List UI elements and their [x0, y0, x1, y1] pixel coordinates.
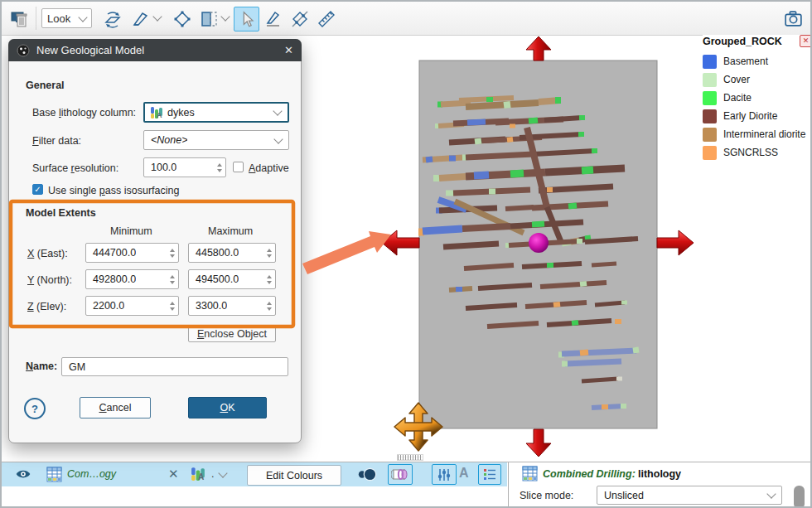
x-max-input[interactable]: 445800.0	[188, 243, 276, 263]
spinner-down-icon[interactable]	[267, 281, 272, 284]
draw-slicer-line-button[interactable]	[262, 7, 284, 30]
spinner-down-icon[interactable]	[217, 169, 222, 172]
surface-resolution-input[interactable]: 100.0	[143, 157, 226, 177]
cylinder-display-button[interactable]	[388, 464, 413, 485]
lithology-column-icon: A	[150, 106, 163, 119]
y-min-input[interactable]: 492800.0	[85, 269, 179, 289]
spinner-down-icon[interactable]	[170, 281, 175, 284]
shown-in-scene-toggle[interactable]	[356, 467, 378, 485]
adaptive-checkbox[interactable]	[233, 162, 244, 172]
scrollbar-thumb[interactable]	[794, 486, 805, 508]
base-lithology-dropdown[interactable]: A dykes	[143, 102, 289, 123]
spinner[interactable]	[170, 302, 175, 311]
clear-scene-icon	[10, 9, 30, 29]
spinner[interactable]	[267, 249, 272, 258]
z-min-input[interactable]: 2200.0	[85, 296, 179, 316]
look-dropdown[interactable]: Look	[41, 8, 92, 28]
spinner[interactable]	[217, 163, 222, 172]
legend-label: Early Diorite	[723, 110, 777, 122]
cancel-button[interactable]: Cancel	[80, 397, 151, 418]
spinner[interactable]	[267, 275, 272, 284]
slice-box-chevron-icon[interactable]	[220, 12, 230, 21]
chevron-down-icon	[766, 489, 776, 498]
slice-box-button[interactable]	[197, 7, 220, 30]
draw-polyline-button[interactable]	[171, 7, 193, 30]
edit-colours-button[interactable]: Edit Colours	[247, 465, 341, 486]
z-elev-label: Z (Elev):	[27, 301, 66, 312]
legend-item: Basement	[703, 52, 812, 70]
dialog-titlebar[interactable]: New Geological Model ✕	[8, 39, 302, 61]
filter-data-dropdown[interactable]: <None>	[143, 130, 289, 150]
shape-list-row[interactable]: Com…ogy ✕ A . Edit Colours	[2, 462, 507, 486]
svg-text:A: A	[157, 111, 162, 119]
x-east-label: X (East):	[27, 248, 68, 259]
spinner[interactable]	[267, 302, 272, 311]
clear-scene-button[interactable]	[8, 7, 31, 30]
surface-resolution-label: Surface resolution:	[32, 162, 118, 174]
x-min-input[interactable]: 444700.0	[85, 243, 179, 263]
remove-item-icon[interactable]: ✕	[168, 467, 179, 481]
legend-close-icon[interactable]: ✕	[800, 35, 812, 47]
slice-mode-value: Unsliced	[597, 490, 644, 501]
spinner-up-icon[interactable]	[267, 249, 272, 252]
legend-title: Grouped_ROCK	[703, 36, 782, 47]
legend-swatch	[703, 146, 717, 160]
y-max-value: 494500.0	[189, 273, 239, 285]
select-tool-button[interactable]	[234, 7, 259, 31]
properties-column-label: lithology	[638, 468, 681, 480]
enclose-object-button[interactable]: Enclose Object	[188, 325, 276, 342]
dialog-close-icon[interactable]: ✕	[284, 44, 293, 56]
column-dropdown-label: .	[211, 468, 214, 480]
ok-button[interactable]: OK	[188, 397, 267, 418]
splitter-grip[interactable]	[397, 454, 423, 461]
rotate-plane-button[interactable]	[101, 7, 123, 30]
maximum-header: Maximum	[208, 225, 253, 237]
spinner-down-icon[interactable]	[170, 254, 175, 258]
single-pass-checkbox[interactable]: ✓	[32, 184, 43, 195]
base-lithology-label: Base lithology column:	[32, 107, 136, 119]
legend-panel: Grouped_ROCK ✕ Basement Cover Dacite Ear…	[703, 35, 812, 162]
help-button[interactable]: ?	[24, 398, 46, 419]
camera-snapshot-button[interactable]	[782, 7, 805, 30]
y-max-input[interactable]: 494500.0	[188, 269, 276, 289]
filter-values-button[interactable]	[432, 464, 457, 485]
scene-item-label[interactable]: Com…ogy	[67, 468, 116, 480]
z-max-input[interactable]: 3300.0	[188, 296, 276, 316]
select-cursor-icon	[238, 10, 256, 28]
spinner-up-icon[interactable]	[170, 249, 175, 252]
chevron-down-icon	[273, 134, 283, 143]
slicer-tool-button[interactable]	[129, 7, 152, 30]
text-display-button[interactable]: A	[459, 466, 469, 481]
spinner[interactable]	[170, 249, 175, 258]
spinner[interactable]	[170, 275, 175, 284]
spinner-up-icon[interactable]	[217, 163, 222, 167]
legend-swatch	[703, 91, 717, 105]
x-min-value: 444700.0	[86, 247, 136, 259]
colour-column-icon[interactable]: A	[191, 466, 205, 486]
legend-item: Cover	[703, 70, 812, 89]
ruler-icon	[317, 9, 336, 29]
spinner-up-icon[interactable]	[267, 275, 272, 278]
chevron-down-icon[interactable]	[218, 468, 227, 477]
slicer-tool-chevron-icon[interactable]	[152, 12, 162, 21]
spinner-down-icon[interactable]	[170, 307, 175, 311]
legend-swatch	[703, 55, 717, 69]
legend-item: Intermineral diorite	[703, 125, 812, 143]
name-input[interactable]	[61, 357, 288, 376]
visibility-eye-icon[interactable]	[15, 467, 31, 485]
slice-mode-dropdown[interactable]: Unsliced	[597, 486, 782, 505]
draw-slicer-line-icon	[263, 9, 283, 29]
spinner-up-icon[interactable]	[170, 302, 175, 305]
legend-label: SGNCRLSS	[723, 147, 778, 158]
polyline-slice-button[interactable]	[288, 7, 311, 30]
camera-icon	[783, 8, 804, 29]
spinner-down-icon[interactable]	[267, 307, 272, 311]
spinner-up-icon[interactable]	[267, 302, 272, 305]
spinner-up-icon[interactable]	[170, 275, 175, 278]
surface-resolution-value: 100.0	[144, 162, 176, 173]
ruler-button[interactable]	[315, 7, 337, 30]
y-north-label: Y (North):	[27, 274, 72, 286]
legend-label: Basement	[723, 56, 768, 67]
legend-display-button[interactable]	[478, 464, 501, 485]
spinner-down-icon[interactable]	[267, 254, 272, 258]
